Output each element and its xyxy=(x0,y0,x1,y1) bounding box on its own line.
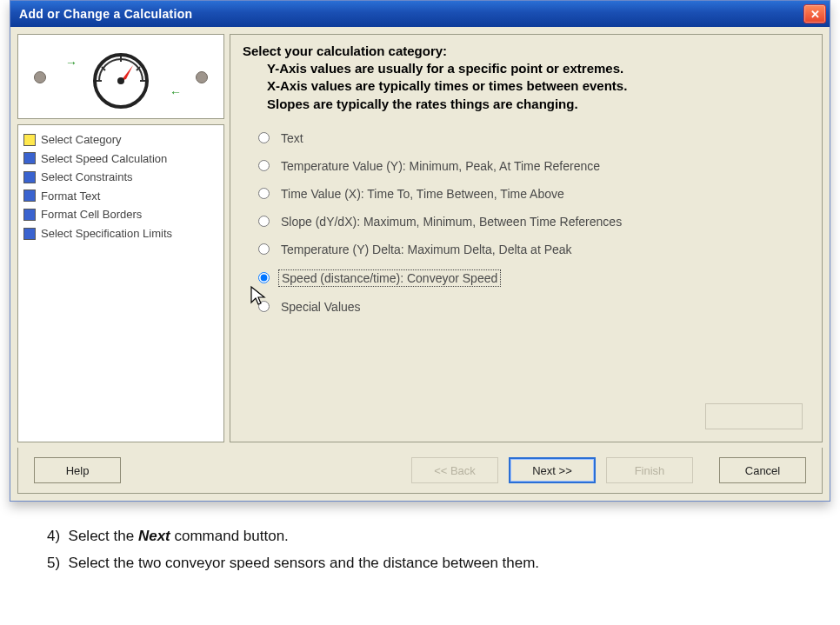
main-subheading: Y-Axis values are usually for a specific… xyxy=(267,60,810,77)
radio-option-slope[interactable]: Slope (dY/dX): Maximum, Minimum, Between… xyxy=(258,214,810,229)
radio-label: Speed (distance/time): Conveyor Speed xyxy=(278,269,501,287)
help-button[interactable]: Help xyxy=(34,457,121,483)
radio-label: Special Values xyxy=(278,299,363,315)
next-button[interactable]: Next >> xyxy=(509,457,596,483)
upper-panes: → ← xyxy=(17,34,823,442)
step-marker-icon xyxy=(23,171,36,183)
radio-input[interactable] xyxy=(258,132,270,143)
radio-input[interactable] xyxy=(258,160,270,171)
radio-label: Text xyxy=(278,130,306,146)
radio-input[interactable] xyxy=(258,243,270,255)
step-marker-icon xyxy=(23,228,36,240)
radio-input[interactable] xyxy=(258,301,270,312)
step-marker-icon xyxy=(23,152,36,164)
instruction-item: 4) Select the Next command button. xyxy=(47,524,835,548)
instruction-number: 5) xyxy=(47,555,60,571)
step-label: Format Text xyxy=(41,189,100,204)
main-heading: Select your calculation category: xyxy=(243,43,810,58)
radio-input[interactable] xyxy=(258,188,270,199)
titlebar[interactable]: Add or Change a Calculation ✕ xyxy=(10,1,830,27)
radio-label: Time Value (X): Time To, Time Between, T… xyxy=(278,186,567,202)
back-button: << Back xyxy=(411,457,498,483)
instruction-text: Select the xyxy=(69,528,138,544)
disabled-dropdown xyxy=(705,403,803,429)
disabled-speed-type-group xyxy=(705,398,803,429)
gauge-graphic: → ← xyxy=(17,34,224,119)
left-column: → ← xyxy=(17,34,224,442)
step-marker-icon xyxy=(23,209,36,221)
radio-input[interactable] xyxy=(258,216,270,227)
radio-option-special[interactable]: Special Values xyxy=(258,299,810,315)
radio-label: Slope (dY/dX): Maximum, Minimum, Between… xyxy=(278,214,624,229)
close-icon: ✕ xyxy=(810,8,820,21)
step-label: Select Specification Limits xyxy=(41,226,172,242)
window-title: Add or Change a Calculation xyxy=(19,7,192,21)
step-marker-icon xyxy=(23,189,36,202)
instruction-list: 4) Select the Next command button. 5) Se… xyxy=(47,524,835,575)
svg-point-7 xyxy=(117,77,124,84)
wizard-step[interactable]: Select Constraints xyxy=(22,168,220,187)
main-subheading: X-Axis values are typically times or tim… xyxy=(267,77,810,95)
gauge-post-left xyxy=(34,71,46,83)
instruction-number: 4) xyxy=(47,528,60,544)
finish-button: Finish xyxy=(606,457,693,483)
instruction-text: command button. xyxy=(170,528,289,544)
radio-group-category: Text Temperature Value (Y): Minimum, Pea… xyxy=(258,130,810,315)
step-label: Format Cell Borders xyxy=(41,207,142,223)
radio-input[interactable] xyxy=(258,272,270,283)
radio-label: Temperature (Y) Delta: Maximum Delta, De… xyxy=(278,242,575,257)
gauge-post-right xyxy=(196,71,208,83)
step-label: Select Category xyxy=(41,132,122,148)
wizard-step[interactable]: Select Category xyxy=(22,130,220,150)
close-button[interactable]: ✕ xyxy=(803,4,826,23)
step-label: Select Constraints xyxy=(41,170,133,185)
radio-option-text[interactable]: Text xyxy=(258,130,810,146)
step-label: Select Speed Calculation xyxy=(41,151,167,167)
dialog-footer: Help << Back Next >> Finish Cancel xyxy=(17,448,823,494)
radio-label: Temperature Value (Y): Minimum, Peak, At… xyxy=(278,158,603,174)
radio-option-temperature-y[interactable]: Temperature Value (Y): Minimum, Peak, At… xyxy=(258,158,810,174)
wizard-step-list: Select Category Select Speed Calculation… xyxy=(17,124,224,442)
wizard-step[interactable]: Select Specification Limits xyxy=(22,224,220,243)
client-area: → ← xyxy=(10,27,830,501)
dialog-window: Add or Change a Calculation ✕ → ← xyxy=(10,0,830,502)
instruction-text: Select the two conveyor speed sensors an… xyxy=(69,555,540,571)
wizard-step[interactable]: Format Text xyxy=(22,187,220,206)
cancel-button[interactable]: Cancel xyxy=(719,457,806,483)
instruction-command: Next xyxy=(138,528,170,544)
main-subheading: Slopes are typically the rates things ar… xyxy=(267,96,810,113)
main-pane: Select your calculation category: Y-Axis… xyxy=(230,34,823,442)
radio-option-speed[interactable]: Speed (distance/time): Conveyor Speed xyxy=(258,269,810,287)
wizard-step[interactable]: Format Cell Borders xyxy=(22,205,220,224)
speedometer-icon xyxy=(79,44,163,109)
arrow-icon: ← xyxy=(170,85,182,99)
radio-option-temperature-delta[interactable]: Temperature (Y) Delta: Maximum Delta, De… xyxy=(258,242,810,257)
wizard-step[interactable]: Select Speed Calculation xyxy=(22,150,220,169)
arrow-icon: → xyxy=(65,56,77,70)
step-marker-icon xyxy=(23,134,36,146)
radio-option-time-x[interactable]: Time Value (X): Time To, Time Between, T… xyxy=(258,186,810,202)
instruction-item: 5) Select the two conveyor speed sensors… xyxy=(47,551,835,575)
